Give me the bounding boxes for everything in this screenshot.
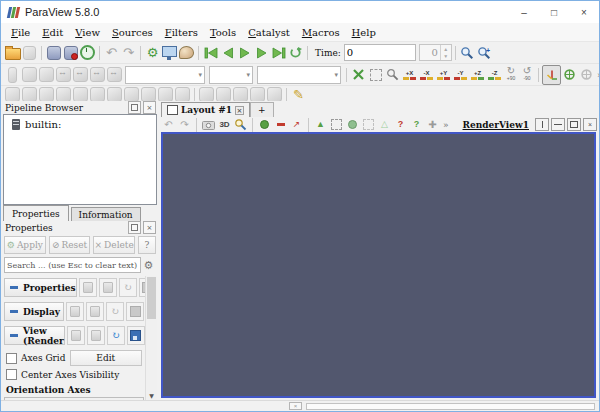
rescale-to-custom-range-icon[interactable] [72, 66, 89, 84]
menu-file[interactable]: File [5, 25, 36, 40]
pipeline-item-builtin[interactable]: builtin: [4, 115, 156, 130]
vcr-first-frame-icon[interactable] [202, 44, 219, 62]
view-minus-x-button[interactable]: -X [418, 66, 435, 83]
close-layout-icon[interactable]: × [235, 106, 244, 115]
rescale-to-temporal-range-icon[interactable] [106, 66, 123, 84]
auto-apply-icon[interactable]: ⚙ [144, 44, 161, 62]
select-block-icon[interactable] [345, 118, 360, 131]
menu-filters[interactable]: Filters [159, 25, 204, 40]
select-polygon-icon[interactable] [329, 118, 344, 131]
redo-icon[interactable]: ↷ [120, 44, 137, 62]
reset-camera-icon[interactable] [350, 66, 367, 84]
menu-help[interactable]: Help [346, 25, 382, 40]
rotate-90-ccw-icon[interactable]: ↺-90 [519, 66, 535, 83]
interactive-select-cells-icon[interactable] [361, 118, 376, 131]
close-panel-button[interactable]: × [143, 101, 156, 114]
disconnect-server-icon[interactable] [62, 44, 79, 62]
save-state-icon[interactable] [21, 44, 38, 62]
toggle-color-legend-icon[interactable] [4, 66, 21, 84]
interactive-select-points-icon[interactable]: △ [377, 118, 392, 131]
load-palette-icon[interactable] [161, 44, 178, 62]
close-view-button[interactable]: × [583, 118, 597, 131]
split-vertical-button[interactable] [551, 118, 565, 131]
undock-panel-button[interactable] [128, 221, 141, 234]
zoom-to-data-icon[interactable] [459, 44, 476, 62]
axes-grid-edit-button[interactable]: Edit [70, 350, 142, 366]
copy-display-button[interactable] [66, 302, 84, 321]
vcr-play-icon[interactable] [236, 44, 253, 62]
menu-view[interactable]: View [69, 25, 106, 40]
scrollbar-thumb[interactable] [147, 277, 156, 319]
set-center-of-rotation-icon[interactable] [561, 66, 578, 84]
section-properties-toggle[interactable]: Properties [4, 278, 77, 297]
vcr-last-frame-icon[interactable] [270, 44, 287, 62]
color-palette-icon[interactable] [178, 44, 195, 62]
paste-properties-button[interactable] [99, 278, 117, 297]
center-axes-checkbox[interactable] [6, 369, 17, 380]
render-viewport[interactable] [161, 132, 596, 398]
vertical-scrollbar[interactable]: ▼ [145, 276, 157, 401]
open-file-icon[interactable] [4, 44, 21, 62]
close-panel-button[interactable]: × [143, 221, 156, 234]
reset-center-icon[interactable] [578, 66, 595, 84]
menu-edit[interactable]: Edit [36, 25, 69, 40]
grow-selection-icon[interactable]: ✚ [425, 118, 440, 131]
menu-catalyst[interactable]: Catalyst [242, 25, 296, 40]
hover-cells-icon[interactable]: ? [393, 118, 408, 131]
use-separate-color-map-icon[interactable] [38, 66, 55, 84]
zoom-interactive-icon[interactable] [233, 118, 248, 131]
abort-progress-button[interactable]: × [289, 402, 302, 410]
camera-redo-icon[interactable]: ↷ [177, 118, 192, 131]
view-minus-z-button[interactable]: -Z [486, 66, 503, 83]
split-horizontal-button[interactable] [535, 118, 549, 131]
maximize-view-button[interactable] [567, 118, 581, 131]
help-button[interactable]: ? [138, 236, 156, 254]
save-defaults-button[interactable] [126, 302, 144, 321]
view-toolbar-overflow-button[interactable]: » [441, 120, 451, 130]
copy-view-button[interactable] [67, 326, 85, 345]
zoom-to-data-icon[interactable] [384, 66, 401, 84]
camera-undo-icon[interactable]: ↶ [161, 118, 176, 131]
animation-timer-icon[interactable] [79, 44, 96, 62]
connect-server-icon[interactable] [45, 44, 62, 62]
section-view-toggle[interactable]: View (Render [4, 326, 65, 345]
minimize-button[interactable]: – [509, 1, 539, 23]
edit-color-map-icon[interactable] [21, 66, 38, 84]
vcr-loop-icon[interactable] [287, 44, 304, 62]
paste-view-button[interactable] [87, 326, 105, 345]
select-cells-through-icon[interactable]: ↗ [289, 118, 304, 131]
reset-defaults-button[interactable]: ↻ [106, 302, 124, 321]
rotate-90-cw-icon[interactable]: ↻+90 [503, 66, 519, 83]
frame-spinbox[interactable]: 0 ▲▼ [419, 44, 452, 61]
color-by-combo[interactable]: ▾ [125, 66, 205, 84]
reset-button[interactable]: ⊘Reset [49, 236, 91, 254]
axes-grid-checkbox[interactable] [6, 353, 17, 364]
select-cells-on-icon[interactable] [257, 118, 272, 131]
undo-icon[interactable]: ↶ [103, 44, 120, 62]
time-input[interactable] [344, 44, 416, 61]
representation-combo[interactable]: ▾ [257, 66, 341, 84]
add-layout-tab[interactable]: + [250, 102, 274, 117]
menu-sources[interactable]: Sources [106, 25, 159, 40]
view-plus-z-button[interactable]: +Z [469, 66, 486, 83]
zoom-closest-to-data-icon[interactable]: + [476, 44, 493, 62]
zoom-to-box-icon[interactable] [367, 66, 384, 84]
tab-properties[interactable]: Properties [3, 205, 69, 221]
select-frustum-icon[interactable]: ▲ [313, 118, 328, 131]
pipeline-tree[interactable]: builtin: [3, 114, 157, 205]
vcr-previous-frame-icon[interactable] [219, 44, 236, 62]
view-plus-y-button[interactable]: +Y [435, 66, 452, 83]
view-plus-x-button[interactable]: +X [401, 66, 418, 83]
spinner-arrows[interactable]: ▲▼ [440, 45, 451, 60]
select-points-on-icon[interactable] [273, 118, 288, 131]
toggle-mode-3d-button[interactable]: 3D [217, 118, 232, 131]
view-minus-y-button[interactable]: -Y [452, 66, 469, 83]
search-input[interactable] [4, 257, 141, 273]
apply-button[interactable]: ⚙Apply [4, 236, 46, 254]
menu-tools[interactable]: Tools [204, 25, 242, 40]
rescale-to-data-range-icon[interactable] [55, 66, 72, 84]
toolbar-overflow-button[interactable]: » [595, 70, 600, 80]
vcr-next-frame-icon[interactable] [253, 44, 270, 62]
save-view-defaults-button[interactable] [127, 326, 145, 345]
capture-screenshot-icon[interactable] [201, 118, 216, 131]
